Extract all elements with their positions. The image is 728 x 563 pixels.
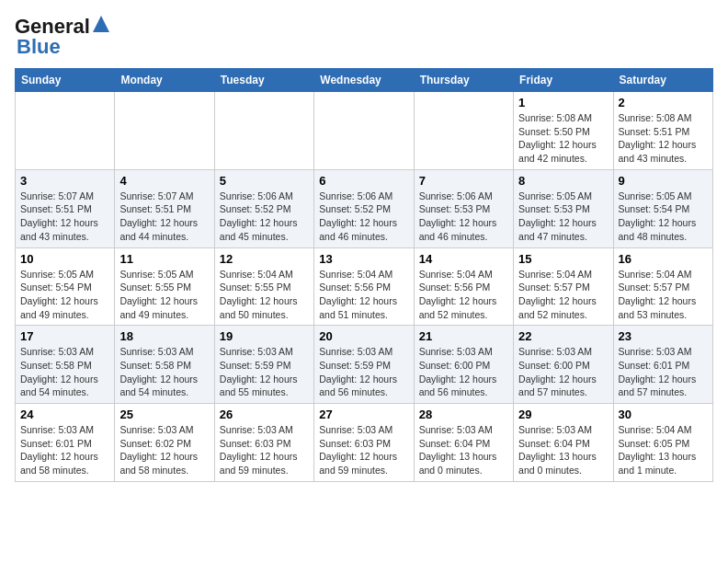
- calendar-cell: 30Sunrise: 5:04 AM Sunset: 6:05 PM Dayli…: [613, 404, 712, 482]
- weekday-header-sunday: Sunday: [16, 69, 115, 92]
- calendar-cell: 4Sunrise: 5:07 AM Sunset: 5:51 PM Daylig…: [115, 169, 214, 247]
- calendar-cell: 17Sunrise: 5:03 AM Sunset: 5:58 PM Dayli…: [16, 326, 115, 404]
- calendar-cell: 27Sunrise: 5:03 AM Sunset: 6:03 PM Dayli…: [314, 404, 414, 482]
- day-info: Sunrise: 5:03 AM Sunset: 5:58 PM Dayligh…: [119, 345, 209, 399]
- calendar-cell: 21Sunrise: 5:03 AM Sunset: 6:00 PM Dayli…: [414, 326, 513, 404]
- day-info: Sunrise: 5:05 AM Sunset: 5:53 PM Dayligh…: [518, 190, 608, 244]
- day-number: 12: [220, 252, 309, 266]
- calendar-cell: 16Sunrise: 5:04 AM Sunset: 5:57 PM Dayli…: [613, 247, 712, 326]
- day-number: 4: [119, 174, 209, 188]
- day-number: 11: [119, 252, 209, 266]
- day-info: Sunrise: 5:03 AM Sunset: 5:59 PM Dayligh…: [319, 345, 408, 399]
- calendar-cell: 3Sunrise: 5:07 AM Sunset: 5:51 PM Daylig…: [16, 169, 115, 247]
- day-info: Sunrise: 5:03 AM Sunset: 5:59 PM Dayligh…: [220, 345, 309, 399]
- day-number: 17: [20, 329, 109, 343]
- calendar-header: SundayMondayTuesdayWednesdayThursdayFrid…: [16, 69, 713, 92]
- day-info: Sunrise: 5:08 AM Sunset: 5:50 PM Dayligh…: [518, 111, 608, 166]
- day-number: 10: [20, 252, 109, 266]
- day-info: Sunrise: 5:03 AM Sunset: 6:04 PM Dayligh…: [518, 423, 608, 477]
- day-number: 3: [20, 174, 109, 188]
- day-info: Sunrise: 5:06 AM Sunset: 5:53 PM Dayligh…: [419, 190, 508, 244]
- calendar-cell: [115, 92, 214, 170]
- day-info: Sunrise: 5:03 AM Sunset: 6:00 PM Dayligh…: [518, 345, 608, 399]
- weekday-header-friday: Friday: [514, 69, 613, 92]
- calendar-week-row: 24Sunrise: 5:03 AM Sunset: 6:01 PM Dayli…: [16, 404, 713, 482]
- calendar-cell: [314, 92, 414, 170]
- day-number: 30: [619, 408, 708, 421]
- day-number: 24: [20, 408, 109, 421]
- calendar-cell: 24Sunrise: 5:03 AM Sunset: 6:01 PM Dayli…: [16, 404, 115, 482]
- day-number: 19: [220, 329, 309, 343]
- logo: General Blue: [15, 15, 109, 59]
- day-number: 18: [119, 329, 209, 343]
- calendar-cell: [214, 92, 313, 170]
- calendar-cell: [16, 92, 115, 170]
- day-number: 7: [419, 174, 508, 188]
- weekday-header-saturday: Saturday: [613, 69, 712, 92]
- weekday-header-wednesday: Wednesday: [314, 69, 414, 92]
- day-info: Sunrise: 5:03 AM Sunset: 6:01 PM Dayligh…: [20, 423, 109, 477]
- calendar-cell: 18Sunrise: 5:03 AM Sunset: 5:58 PM Dayli…: [115, 326, 214, 404]
- calendar-cell: 7Sunrise: 5:06 AM Sunset: 5:53 PM Daylig…: [414, 169, 513, 247]
- calendar-cell: 25Sunrise: 5:03 AM Sunset: 6:02 PM Dayli…: [115, 404, 214, 482]
- calendar-cell: 23Sunrise: 5:03 AM Sunset: 6:01 PM Dayli…: [613, 326, 712, 404]
- day-info: Sunrise: 5:03 AM Sunset: 6:04 PM Dayligh…: [419, 423, 508, 477]
- day-info: Sunrise: 5:03 AM Sunset: 6:00 PM Dayligh…: [419, 345, 508, 399]
- day-info: Sunrise: 5:03 AM Sunset: 6:02 PM Dayligh…: [119, 423, 209, 477]
- calendar-week-row: 17Sunrise: 5:03 AM Sunset: 5:58 PM Dayli…: [16, 326, 713, 404]
- day-number: 14: [419, 252, 508, 266]
- day-info: Sunrise: 5:04 AM Sunset: 5:57 PM Dayligh…: [619, 268, 708, 322]
- day-number: 27: [319, 408, 408, 421]
- calendar-week-row: 3Sunrise: 5:07 AM Sunset: 5:51 PM Daylig…: [16, 169, 713, 247]
- day-number: 5: [220, 174, 309, 188]
- calendar-cell: 13Sunrise: 5:04 AM Sunset: 5:56 PM Dayli…: [314, 247, 414, 326]
- calendar-cell: 8Sunrise: 5:05 AM Sunset: 5:53 PM Daylig…: [514, 169, 613, 247]
- calendar-cell: 10Sunrise: 5:05 AM Sunset: 5:54 PM Dayli…: [16, 247, 115, 326]
- day-info: Sunrise: 5:08 AM Sunset: 5:51 PM Dayligh…: [619, 111, 708, 166]
- day-number: 29: [518, 408, 608, 421]
- weekday-header-thursday: Thursday: [414, 69, 513, 92]
- calendar-body: 1Sunrise: 5:08 AM Sunset: 5:50 PM Daylig…: [16, 92, 713, 482]
- calendar-cell: 11Sunrise: 5:05 AM Sunset: 5:55 PM Dayli…: [115, 247, 214, 326]
- day-info: Sunrise: 5:05 AM Sunset: 5:55 PM Dayligh…: [119, 268, 209, 322]
- day-number: 22: [518, 329, 608, 343]
- page-header: General Blue: [15, 15, 713, 59]
- day-number: 21: [419, 329, 508, 343]
- day-number: 8: [518, 174, 608, 188]
- day-info: Sunrise: 5:06 AM Sunset: 5:52 PM Dayligh…: [319, 190, 408, 244]
- calendar-cell: 20Sunrise: 5:03 AM Sunset: 5:59 PM Dayli…: [314, 326, 414, 404]
- calendar-cell: 6Sunrise: 5:06 AM Sunset: 5:52 PM Daylig…: [314, 169, 414, 247]
- calendar-cell: 26Sunrise: 5:03 AM Sunset: 6:03 PM Dayli…: [214, 404, 313, 482]
- day-number: 23: [619, 329, 708, 343]
- calendar-cell: 9Sunrise: 5:05 AM Sunset: 5:54 PM Daylig…: [613, 169, 712, 247]
- day-info: Sunrise: 5:03 AM Sunset: 5:58 PM Dayligh…: [20, 345, 109, 399]
- calendar-week-row: 1Sunrise: 5:08 AM Sunset: 5:50 PM Daylig…: [16, 92, 713, 170]
- calendar-cell: 22Sunrise: 5:03 AM Sunset: 6:00 PM Dayli…: [514, 326, 613, 404]
- day-info: Sunrise: 5:04 AM Sunset: 5:57 PM Dayligh…: [518, 268, 608, 322]
- day-info: Sunrise: 5:05 AM Sunset: 5:54 PM Dayligh…: [20, 268, 109, 322]
- calendar-cell: 28Sunrise: 5:03 AM Sunset: 6:04 PM Dayli…: [414, 404, 513, 482]
- day-number: 1: [518, 96, 608, 109]
- calendar-cell: 19Sunrise: 5:03 AM Sunset: 5:59 PM Dayli…: [214, 326, 313, 404]
- day-number: 6: [319, 174, 408, 188]
- calendar-cell: 29Sunrise: 5:03 AM Sunset: 6:04 PM Dayli…: [514, 404, 613, 482]
- day-number: 20: [319, 329, 408, 343]
- day-number: 16: [619, 252, 708, 266]
- weekday-header-tuesday: Tuesday: [214, 69, 313, 92]
- day-info: Sunrise: 5:03 AM Sunset: 6:01 PM Dayligh…: [619, 345, 708, 399]
- calendar-cell: [414, 92, 513, 170]
- calendar-cell: 15Sunrise: 5:04 AM Sunset: 5:57 PM Dayli…: [514, 247, 613, 326]
- logo-blue-text: Blue: [17, 35, 61, 59]
- day-info: Sunrise: 5:03 AM Sunset: 6:03 PM Dayligh…: [319, 423, 408, 477]
- logo-icon: [93, 16, 109, 36]
- day-info: Sunrise: 5:03 AM Sunset: 6:03 PM Dayligh…: [220, 423, 309, 477]
- day-number: 9: [619, 174, 708, 188]
- calendar-cell: 2Sunrise: 5:08 AM Sunset: 5:51 PM Daylig…: [613, 92, 712, 170]
- calendar-cell: 12Sunrise: 5:04 AM Sunset: 5:55 PM Dayli…: [214, 247, 313, 326]
- day-info: Sunrise: 5:04 AM Sunset: 5:56 PM Dayligh…: [419, 268, 508, 322]
- day-number: 15: [518, 252, 608, 266]
- day-number: 28: [419, 408, 508, 421]
- day-number: 26: [220, 408, 309, 421]
- day-number: 25: [119, 408, 209, 421]
- calendar-cell: 1Sunrise: 5:08 AM Sunset: 5:50 PM Daylig…: [514, 92, 613, 170]
